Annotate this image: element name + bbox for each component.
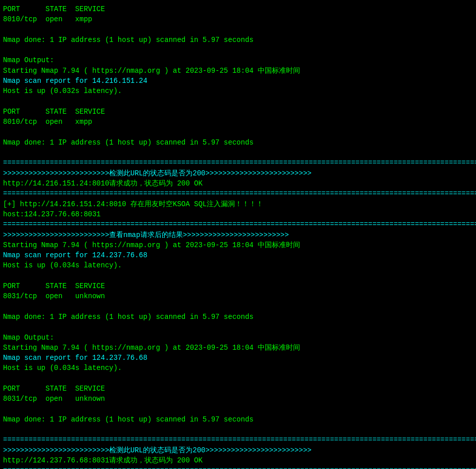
http-success-2: http://124.237.76.68:8031请求成功，状态码为 200 O… [3,455,473,465]
nmap-report-1: Nmap scan report for 14.216.151.24 [3,76,473,86]
port-header-2: PORT STATE SERVICE [3,107,473,117]
port-line-1: 8010/tcp open xmpp [3,14,473,24]
host-up-2: Host is up (0.034s latency). [3,260,473,270]
nmap-start-3: Starting Nmap 7.94 ( https://nmap.org ) … [3,343,473,353]
nmap-output-label-2: Nmap Output: [3,333,473,343]
nmap-report-3: Nmap scan report for 124.237.76.68 [3,353,473,363]
divider-5: ========================================… [3,465,473,469]
nmap-output-label-1: Nmap Output: [3,55,473,65]
vuln-found-1: [+] http://14.216.151.24:8010 存在用友时空KSOA… [3,199,473,209]
nmap-report-2: Nmap scan report for 124.237.76.68 [3,250,473,260]
port-line-4: 8031/tcp open unknown [3,394,473,404]
nmap-start-2: Starting Nmap 7.94 ( https://nmap.org ) … [3,240,473,250]
terminal-window: PORT STATE SERVICE 8010/tcp open xmpp Nm… [0,0,476,469]
section-nmap-result: >>>>>>>>>>>>>>>>>>>>>>>>>查看nmap请求后的结果>>>… [3,230,473,240]
divider-4: ========================================… [3,435,473,445]
http-success-1: http://14.216.151.24:8010请求成功，状态码为 200 O… [3,178,473,189]
nmap-done-2: Nmap done: 1 IP address (1 host up) scan… [3,137,473,148]
port-header-4: PORT STATE SERVICE [3,384,473,394]
port-line-3: 8031/tcp open unknown [3,291,473,301]
nmap-done-1: Nmap done: 1 IP address (1 host up) scan… [3,35,473,45]
host-up-1: Host is up (0.032s latency). [3,86,473,96]
nmap-done-3: Nmap done: 1 IP address (1 host up) scan… [3,312,473,322]
port-header-3: PORT STATE SERVICE [3,281,473,291]
port-header-1: PORT STATE SERVICE [3,4,473,14]
section-status-check-2: >>>>>>>>>>>>>>>>>>>>>>>>>检测此URL的状态码是否为20… [3,445,473,455]
host-ref-1: host:124.237.76.68:8031 [3,209,473,219]
divider-1: ========================================… [3,158,473,168]
section-status-check-1: >>>>>>>>>>>>>>>>>>>>>>>>>检测此URL的状态码是否为20… [3,168,473,178]
nmap-start-1: Starting Nmap 7.94 ( https://nmap.org ) … [3,66,473,76]
divider-2: ========================================… [3,189,473,199]
nmap-done-4: Nmap done: 1 IP address (1 host up) scan… [3,414,473,425]
host-up-3: Host is up (0.034s latency). [3,363,473,373]
divider-3: ========================================… [3,219,473,229]
port-line-2: 8010/tcp open xmpp [3,117,473,127]
